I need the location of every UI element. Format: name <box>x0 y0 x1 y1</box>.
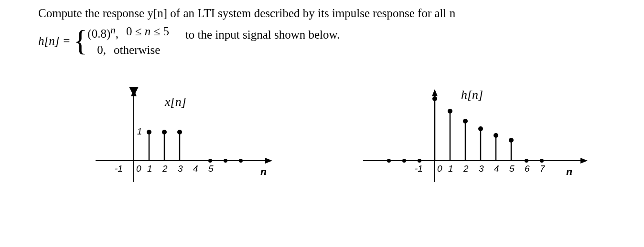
x-plot-svg: x[n] 1 -1 0 1 2 3 4 5 <box>76 87 277 201</box>
problem-line1: Compute the response y[n] of an LTI syst… <box>38 5 606 21</box>
h-stem-4-dot <box>494 133 498 138</box>
h-zero-7 <box>540 159 544 163</box>
brace-cases: { (0.8)n, 0 ≤ n ≤ 5 0, otherwise <box>74 23 169 58</box>
h-xtick-1: 1 <box>448 164 453 174</box>
problem-line2: h[n] = { (0.8)n, 0 ≤ n ≤ 5 0, otherwise … <box>38 23 606 58</box>
h-stem-0-dot <box>432 96 437 101</box>
h-stem-1-dot <box>448 109 452 113</box>
left-brace: { <box>74 31 88 51</box>
h-zero-neg3 <box>387 159 391 163</box>
case2-value: 0, <box>87 42 106 58</box>
xtick-0: 0 <box>136 164 141 174</box>
xtick-neg1: -1 <box>115 164 123 174</box>
h-xtick-3: 3 <box>479 164 484 174</box>
h-xtick-2: 2 <box>463 164 469 174</box>
x-plot-title: x[n] <box>164 95 186 109</box>
cases-content: (0.8)n, 0 ≤ n ≤ 5 0, otherwise <box>87 23 169 58</box>
h-xtick-0: 0 <box>437 164 442 174</box>
h-x-arrow <box>580 158 588 164</box>
h-xtick-neg1: -1 <box>415 164 423 174</box>
h-xtick-5: 5 <box>509 164 515 174</box>
xtick-3: 3 <box>178 164 183 174</box>
zero-dot-6 <box>224 159 227 163</box>
x-axis-label: n <box>260 165 267 177</box>
h-stem-2-dot <box>463 119 468 124</box>
input-signal-text: to the input signal shown below. <box>185 26 340 43</box>
charts-container: x[n] 1 -1 0 1 2 3 4 5 <box>38 87 606 203</box>
xtick-2: 2 <box>162 164 168 174</box>
case2-condition: otherwise <box>114 42 160 58</box>
xtick-1: 1 <box>147 164 152 174</box>
xtick-5: 5 <box>208 164 214 174</box>
h-xtick-4: 4 <box>494 164 499 174</box>
stem-2-dot <box>162 130 167 134</box>
h-xtick-6: 6 <box>525 164 530 174</box>
xtick-4: 4 <box>193 164 198 174</box>
h-axis-label: n <box>566 165 572 177</box>
h-stem-3-dot <box>478 126 483 131</box>
problem-statement: Compute the response y[n] of an LTI syst… <box>38 5 606 58</box>
case1-value: (0.8)n, <box>87 23 118 42</box>
h-y-arrow <box>432 89 438 96</box>
h-stem-5-dot <box>509 138 514 143</box>
hn-equals: h[n] = <box>38 32 71 49</box>
h-zero-neg1 <box>418 159 421 163</box>
y-tick-1: 1 <box>137 127 142 136</box>
x-plot: x[n] 1 -1 0 1 2 3 4 5 <box>76 87 277 203</box>
y-arrow <box>131 89 137 96</box>
h-zero-neg2 <box>402 159 406 163</box>
h-zero-6 <box>525 159 528 163</box>
h-plot: h[n] <box>344 87 592 203</box>
x-arrow <box>265 158 272 164</box>
zero-dot-5 <box>208 159 212 163</box>
zero-dot-7 <box>239 159 243 163</box>
h-xtick-7: 7 <box>540 164 546 174</box>
stem-3-dot <box>177 130 182 134</box>
h-plot-svg: h[n] <box>344 87 592 201</box>
case1-condition: 0 ≤ n ≤ 5 <box>126 23 169 42</box>
h-plot-title: h[n] <box>461 88 483 102</box>
stem-1-dot <box>147 130 151 134</box>
